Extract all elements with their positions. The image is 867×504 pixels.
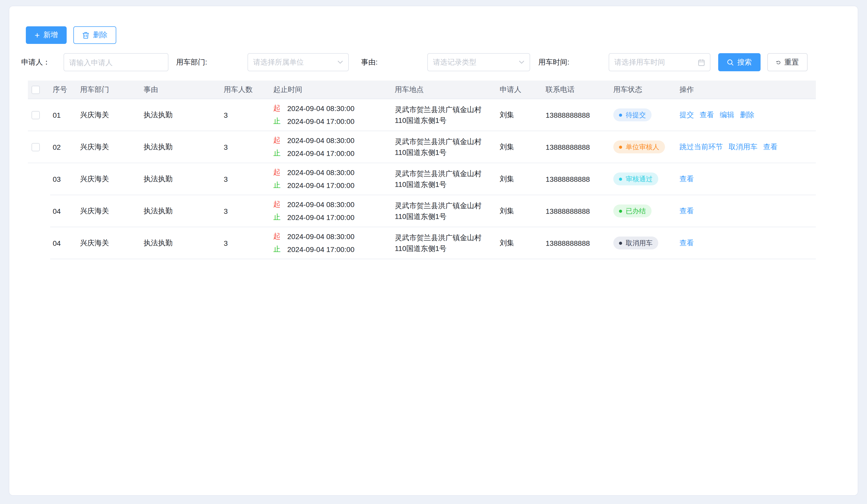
start-prefix: 起 [273, 168, 280, 177]
end-time: 2024-09-04 17:00:00 [287, 117, 354, 125]
end-prefix: 止 [273, 245, 280, 254]
col-actions: 操作 [677, 80, 816, 99]
cell-actions: 查看 [677, 227, 816, 259]
time-picker-input[interactable]: 请选择用车时间 [609, 53, 710, 71]
start-time: 2024-09-04 08:30:00 [287, 232, 354, 241]
select-all-checkbox[interactable] [32, 86, 40, 94]
search-button[interactable]: 搜索 [718, 53, 761, 71]
cell-time: 起2024-09-04 08:30:00 止2024-09-04 17:00:0… [271, 131, 392, 163]
col-count: 用车人数 [221, 80, 271, 99]
cell-seq: 01 [50, 99, 77, 131]
action-view[interactable]: 查看 [699, 110, 714, 120]
cell-status: 审核通过 [611, 163, 677, 195]
vehicle-request-table: 序号 用车部门 事由 用车人数 起止时间 用车地点 申请人 联系电话 用车状态 … [28, 80, 816, 259]
start-prefix: 起 [273, 200, 280, 209]
undo-arrow-icon [776, 59, 781, 65]
col-reason: 事由 [141, 80, 221, 99]
cell-location: 灵武市贺兰县洪广镇金山村110国道东侧1号 [392, 195, 497, 227]
table-header-row: 序号 用车部门 事由 用车人数 起止时间 用车地点 申请人 联系电话 用车状态 … [28, 80, 816, 99]
cell-actions: 查看 [677, 195, 816, 227]
department-select[interactable]: 请选择所属单位 [247, 53, 349, 71]
page: + 新增 删除 申请人： 用车部门: 请选择所属单位 [0, 0, 867, 504]
time-label: 用车时间: [538, 53, 569, 71]
start-prefix: 起 [273, 136, 280, 145]
cell-seq: 04 [50, 195, 77, 227]
cell-phone: 13888888888 [543, 163, 611, 195]
delete-button[interactable]: 删除 [73, 26, 116, 44]
cell-time: 起2024-09-04 08:30:00 止2024-09-04 17:00:0… [271, 227, 392, 259]
cell-time: 起2024-09-04 08:30:00 止2024-09-04 17:00:0… [271, 163, 392, 195]
reset-button-label: 重置 [784, 57, 799, 67]
end-prefix: 止 [273, 181, 280, 190]
cell-phone: 13888888888 [543, 99, 611, 131]
action-view[interactable]: 查看 [763, 142, 778, 152]
status-badge: 待提交 [613, 108, 652, 121]
action-view[interactable]: 查看 [679, 174, 694, 184]
cell-location: 灵武市贺兰县洪广镇金山村110国道东侧1号 [392, 227, 497, 259]
row-checkbox[interactable] [32, 111, 40, 119]
end-time: 2024-09-04 17:00:00 [287, 149, 354, 157]
cell-phone: 13888888888 [543, 195, 611, 227]
cell-phone: 13888888888 [543, 131, 611, 163]
cell-applicant: 刘集 [497, 227, 543, 259]
cell-location: 灵武市贺兰县洪广镇金山村110国道东侧1号 [392, 99, 497, 131]
end-prefix: 止 [273, 213, 280, 222]
start-time: 2024-09-04 08:30:00 [287, 104, 354, 112]
status-badge: 单位审核人 [613, 141, 665, 153]
status-badge: 已办结 [613, 205, 652, 217]
cell-time: 起2024-09-04 08:30:00 止2024-09-04 17:00:0… [271, 99, 392, 131]
cell-applicant: 刘集 [497, 163, 543, 195]
action-cancel-vehicle[interactable]: 取消用车 [729, 142, 758, 152]
status-dot [619, 113, 622, 117]
col-dept: 用车部门 [77, 80, 141, 99]
status-badge: 取消用车 [613, 237, 658, 249]
start-time: 2024-09-04 08:30:00 [287, 168, 354, 177]
cell-applicant: 刘集 [497, 99, 543, 131]
action-view[interactable]: 查看 [679, 238, 694, 248]
cell-applicant: 刘集 [497, 195, 543, 227]
cell-actions: 跳过当前环节 取消用车 查看 [677, 131, 816, 163]
cell-status: 取消用车 [611, 227, 677, 259]
plus-icon: + [35, 31, 40, 40]
reason-label: 事由: [361, 53, 378, 71]
department-label: 用车部门: [176, 53, 207, 71]
status-dot [619, 209, 622, 212]
action-skip-step[interactable]: 跳过当前环节 [679, 142, 723, 152]
cell-status: 已办结 [611, 195, 677, 227]
magnifier-icon [727, 58, 734, 66]
row-checkbox[interactable] [32, 143, 40, 151]
cell-reason: 执法执勤 [141, 227, 221, 259]
toolbar: + 新增 删除 [26, 26, 116, 44]
search-button-label: 搜索 [737, 57, 752, 67]
cell-location: 灵武市贺兰县洪广镇金山村110国道东侧1号 [392, 131, 497, 163]
col-seq: 序号 [50, 80, 77, 99]
end-time: 2024-09-04 17:00:00 [287, 213, 354, 221]
cell-phone: 13888888888 [543, 227, 611, 259]
cell-count: 3 [221, 131, 271, 163]
start-prefix: 起 [273, 104, 280, 113]
reset-button[interactable]: 重置 [767, 53, 807, 71]
reason-select[interactable]: 请选记录类型 [427, 53, 530, 71]
start-prefix: 起 [273, 232, 280, 241]
trash-icon [82, 31, 89, 39]
action-submit[interactable]: 提交 [679, 110, 694, 120]
cell-seq: 03 [50, 163, 77, 195]
filter-bar: 申请人： 用车部门: 请选择所属单位 事由: 请选记录类型 用车时间: 请选择 [9, 53, 858, 72]
col-location: 用车地点 [392, 80, 497, 99]
table-row: 04 兴庆海关 执法执勤 3 起2024-09-04 08:30:00 止202… [28, 227, 816, 259]
action-view[interactable]: 查看 [679, 206, 694, 216]
action-delete[interactable]: 删除 [740, 110, 754, 120]
table-row: 02 兴庆海关 执法执勤 3 起2024-09-04 08:30:00 止202… [28, 131, 816, 163]
table-row: 03 兴庆海关 执法执勤 3 起2024-09-04 08:30:00 止202… [28, 163, 816, 195]
calendar-icon [698, 58, 705, 66]
action-edit[interactable]: 编辑 [720, 110, 734, 120]
col-status: 用车状态 [611, 80, 677, 99]
applicant-label: 申请人： [21, 53, 50, 71]
applicant-input[interactable] [69, 58, 163, 66]
cell-dept: 兴庆海关 [77, 227, 141, 259]
status-dot [619, 177, 622, 180]
add-button[interactable]: + 新增 [26, 26, 67, 44]
cell-seq: 02 [50, 131, 77, 163]
cell-reason: 执法执勤 [141, 195, 221, 227]
status-badge: 审核通过 [613, 173, 658, 185]
